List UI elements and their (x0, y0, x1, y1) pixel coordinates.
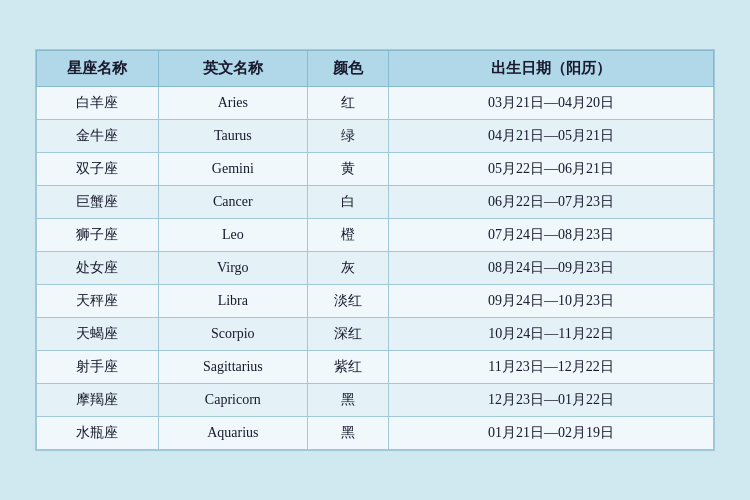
table-row: 白羊座Aries红03月21日—04月20日 (37, 87, 714, 120)
cell-chinese: 射手座 (37, 351, 159, 384)
table-row: 射手座Sagittarius紫红11月23日—12月22日 (37, 351, 714, 384)
cell-chinese: 白羊座 (37, 87, 159, 120)
header-chinese: 星座名称 (37, 51, 159, 87)
cell-dates: 03月21日—04月20日 (389, 87, 714, 120)
cell-english: Sagittarius (158, 351, 307, 384)
table-row: 处女座Virgo灰08月24日—09月23日 (37, 252, 714, 285)
cell-chinese: 狮子座 (37, 219, 159, 252)
cell-dates: 07月24日—08月23日 (389, 219, 714, 252)
cell-dates: 05月22日—06月21日 (389, 153, 714, 186)
cell-color: 红 (307, 87, 388, 120)
cell-chinese: 天秤座 (37, 285, 159, 318)
cell-chinese: 巨蟹座 (37, 186, 159, 219)
zodiac-table: 星座名称 英文名称 颜色 出生日期（阳历） 白羊座Aries红03月21日—04… (36, 50, 714, 450)
cell-color: 黑 (307, 417, 388, 450)
cell-chinese: 天蝎座 (37, 318, 159, 351)
zodiac-table-container: 星座名称 英文名称 颜色 出生日期（阳历） 白羊座Aries红03月21日—04… (35, 49, 715, 451)
cell-dates: 01月21日—02月19日 (389, 417, 714, 450)
cell-chinese: 摩羯座 (37, 384, 159, 417)
header-color: 颜色 (307, 51, 388, 87)
table-row: 天秤座Libra淡红09月24日—10月23日 (37, 285, 714, 318)
table-row: 双子座Gemini黄05月22日—06月21日 (37, 153, 714, 186)
table-row: 巨蟹座Cancer白06月22日—07月23日 (37, 186, 714, 219)
cell-color: 紫红 (307, 351, 388, 384)
cell-chinese: 双子座 (37, 153, 159, 186)
table-row: 天蝎座Scorpio深红10月24日—11月22日 (37, 318, 714, 351)
table-header-row: 星座名称 英文名称 颜色 出生日期（阳历） (37, 51, 714, 87)
cell-english: Taurus (158, 120, 307, 153)
cell-english: Capricorn (158, 384, 307, 417)
cell-chinese: 金牛座 (37, 120, 159, 153)
header-date: 出生日期（阳历） (389, 51, 714, 87)
cell-dates: 04月21日—05月21日 (389, 120, 714, 153)
cell-dates: 12月23日—01月22日 (389, 384, 714, 417)
cell-color: 橙 (307, 219, 388, 252)
table-body: 白羊座Aries红03月21日—04月20日金牛座Taurus绿04月21日—0… (37, 87, 714, 450)
cell-english: Leo (158, 219, 307, 252)
cell-english: Virgo (158, 252, 307, 285)
cell-english: Gemini (158, 153, 307, 186)
cell-color: 绿 (307, 120, 388, 153)
cell-chinese: 处女座 (37, 252, 159, 285)
cell-color: 深红 (307, 318, 388, 351)
cell-dates: 11月23日—12月22日 (389, 351, 714, 384)
cell-color: 灰 (307, 252, 388, 285)
cell-color: 黑 (307, 384, 388, 417)
cell-english: Aquarius (158, 417, 307, 450)
cell-dates: 09月24日—10月23日 (389, 285, 714, 318)
cell-english: Aries (158, 87, 307, 120)
cell-color: 淡红 (307, 285, 388, 318)
cell-english: Cancer (158, 186, 307, 219)
table-row: 摩羯座Capricorn黑12月23日—01月22日 (37, 384, 714, 417)
header-english: 英文名称 (158, 51, 307, 87)
cell-dates: 06月22日—07月23日 (389, 186, 714, 219)
cell-dates: 10月24日—11月22日 (389, 318, 714, 351)
cell-english: Libra (158, 285, 307, 318)
cell-english: Scorpio (158, 318, 307, 351)
table-row: 金牛座Taurus绿04月21日—05月21日 (37, 120, 714, 153)
cell-color: 白 (307, 186, 388, 219)
cell-chinese: 水瓶座 (37, 417, 159, 450)
cell-dates: 08月24日—09月23日 (389, 252, 714, 285)
table-row: 狮子座Leo橙07月24日—08月23日 (37, 219, 714, 252)
cell-color: 黄 (307, 153, 388, 186)
table-row: 水瓶座Aquarius黑01月21日—02月19日 (37, 417, 714, 450)
